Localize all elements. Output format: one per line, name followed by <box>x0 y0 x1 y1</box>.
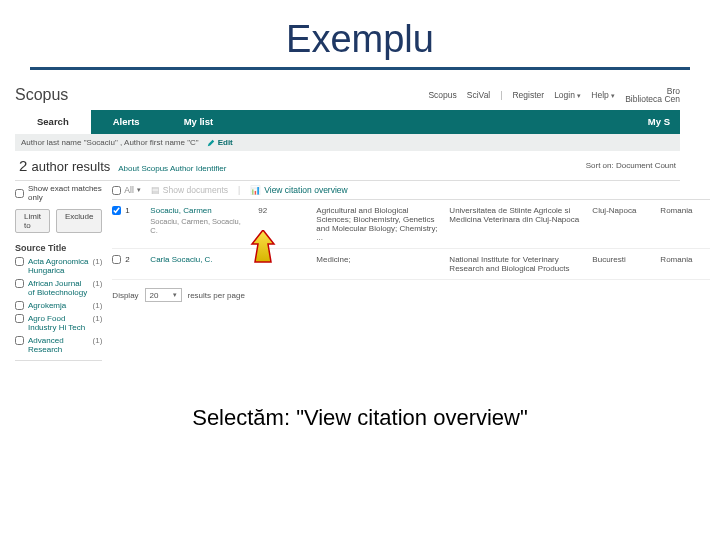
table-row: 2 Carla Socaciu, C. 4 Medicine; National… <box>112 249 710 280</box>
brand: Scopus <box>15 86 68 104</box>
chevron-down-icon: ▾ <box>137 186 141 194</box>
facet-checkbox[interactable] <box>15 257 24 266</box>
facet-item[interactable]: Acta Agronomica Hungarica(1) <box>15 255 102 277</box>
sort-dropdown[interactable]: Sort on: Document Count <box>586 161 676 170</box>
pencil-icon <box>207 139 215 147</box>
select-all[interactable]: All ▾ <box>112 185 140 195</box>
results-per-page-label: results per page <box>188 291 245 300</box>
pager: Display 20▾ results per page <box>112 280 710 310</box>
toolbar: All ▾ ▤ Show documents | 📊 View citation… <box>112 181 710 200</box>
link-scival[interactable]: SciVal <box>467 90 490 100</box>
about-author-id-link[interactable]: About Scopus Author Identifier <box>118 164 226 173</box>
exact-matches-label: Show exact matches only <box>28 184 102 202</box>
subject-area: Agricultural and Biological Sciences; Bi… <box>316 206 441 242</box>
edit-query-link[interactable]: Edit <box>207 138 233 147</box>
scopus-app: Scopus Scopus SciVal | Register Login ▾ … <box>15 82 680 365</box>
content: All ▾ ▤ Show documents | 📊 View citation… <box>112 181 710 365</box>
facet-item[interactable]: African Journal of Biotechnology(1) <box>15 277 102 299</box>
display-label: Display <box>112 291 138 300</box>
subject-area: Medicine; <box>316 255 441 273</box>
row-index: 2 <box>125 255 129 264</box>
document-icon: ▤ <box>151 185 160 195</box>
row-index: 1 <box>125 206 129 215</box>
query-text: Author last name "Socaciu" , Author firs… <box>21 138 199 147</box>
main-area: Show exact matches only Limit to Exclude… <box>15 181 680 365</box>
slide-title: Exemplu <box>0 0 720 67</box>
facet-item[interactable]: Agrokemja(1) <box>15 299 102 312</box>
facet-checkbox[interactable] <box>15 301 24 310</box>
link-register[interactable]: Register <box>512 90 544 100</box>
facet-checkbox[interactable] <box>15 279 24 288</box>
chevron-down-icon: ▾ <box>577 92 581 99</box>
title-underline <box>30 67 690 70</box>
tab-mylist[interactable]: My list <box>162 110 236 134</box>
author-name-link[interactable]: Carla Socaciu, C. <box>150 255 212 264</box>
link-login[interactable]: Login ▾ <box>554 90 581 100</box>
separator: | <box>238 185 240 195</box>
table-row: 1 Socaciu, CarmenSocaciu, Carmen, Socaci… <box>112 200 710 249</box>
top-right-links: Scopus SciVal | Register Login ▾ Help ▾ … <box>428 87 680 104</box>
topbar: Scopus Scopus SciVal | Register Login ▾ … <box>15 82 680 110</box>
affiliation: Universitatea de Stiinte Agricole si Med… <box>449 206 584 242</box>
results-bar: 2 author results About Scopus Author Ide… <box>15 151 680 181</box>
facet-checkbox[interactable] <box>15 336 24 345</box>
author-aliases: Socaciu, Carmen, Socaciu, C. <box>150 215 250 235</box>
doc-count: 4 <box>258 255 308 273</box>
city: Bucuresti <box>592 255 652 273</box>
chevron-down-icon: ▾ <box>611 92 615 99</box>
facet-item[interactable]: Advanced Research(1) <box>15 334 102 356</box>
facet-item[interactable]: Agro Food Industry Hi Tech(1) <box>15 312 102 334</box>
country: Romania <box>660 255 710 273</box>
tab-search[interactable]: Search <box>15 110 91 134</box>
page-size-select[interactable]: 20▾ <box>145 288 182 302</box>
limit-to-button[interactable]: Limit to <box>15 209 50 233</box>
facet-checkbox[interactable] <box>15 314 24 323</box>
row-checkbox[interactable] <box>112 206 121 215</box>
row-checkbox[interactable] <box>112 255 121 264</box>
city: Cluj-Napoca <box>592 206 652 242</box>
sidebar: Show exact matches only Limit to Exclude… <box>15 181 102 365</box>
sep: | <box>500 90 502 100</box>
slide-caption: Selectăm: "View citation overview" <box>0 405 720 431</box>
chart-icon: 📊 <box>250 185 261 195</box>
result-rows: 1 Socaciu, CarmenSocaciu, Carmen, Socaci… <box>112 200 710 280</box>
view-citation-overview-button[interactable]: 📊 View citation overview <box>250 185 347 195</box>
exact-matches-checkbox[interactable] <box>15 189 24 198</box>
affiliation: National Institute for Veterinary Resear… <box>449 255 584 273</box>
result-count: 2 author results <box>19 157 110 174</box>
query-bar: Author last name "Socaciu" , Author firs… <box>15 134 680 151</box>
select-all-checkbox[interactable] <box>112 186 121 195</box>
navbar: Search Alerts My list My S <box>15 110 680 134</box>
country: Romania <box>660 206 710 242</box>
doc-count: 92 <box>258 206 308 242</box>
author-name-link[interactable]: Socaciu, Carmen <box>150 206 211 215</box>
tab-alerts[interactable]: Alerts <box>91 110 162 134</box>
link-scopus[interactable]: Scopus <box>428 90 456 100</box>
exact-matches-row[interactable]: Show exact matches only <box>15 181 102 205</box>
chevron-down-icon: ▾ <box>173 291 177 299</box>
lib-line2: Biblioteca Cen <box>625 94 680 104</box>
tab-my-s[interactable]: My S <box>626 110 680 134</box>
exclude-button[interactable]: Exclude <box>56 209 102 233</box>
show-documents-button[interactable]: ▤ Show documents <box>151 185 228 195</box>
facet-source-title: Source Title <box>15 241 102 255</box>
link-help[interactable]: Help ▾ <box>591 90 615 100</box>
